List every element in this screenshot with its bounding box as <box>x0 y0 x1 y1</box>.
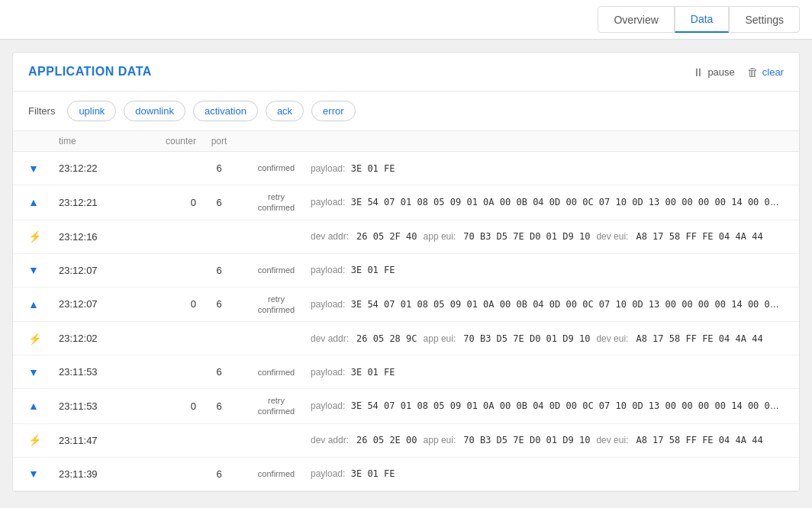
row-icon: ▲ <box>28 298 59 310</box>
down-arrow-icon: ▼ <box>28 162 39 175</box>
top-tabs: Overview Data Settings <box>598 6 800 33</box>
payload-label: payload: <box>311 468 345 479</box>
down-arrow-icon: ▼ <box>28 264 39 276</box>
row-icon: ⚡ <box>28 230 59 243</box>
tab-overview[interactable]: Overview <box>598 6 674 33</box>
time-cell: 23:12:07 <box>59 265 135 276</box>
status-cell: confirmed <box>242 265 311 275</box>
filter-uplink[interactable]: uplink <box>67 101 116 121</box>
tab-data[interactable]: Data <box>675 6 730 33</box>
deveui-label: dev eui: <box>596 231 628 242</box>
row-icon: ▼ <box>28 366 59 378</box>
status-cell: confirmed <box>242 162 311 173</box>
table-row: ▼ 23:12:07 6 confirmed payload: 3E 01 FE <box>13 254 799 288</box>
up-arrow-icon: ▲ <box>28 196 39 208</box>
filters-row: Filters uplink downlink activation ack e… <box>13 92 799 131</box>
payload-label: payload: <box>311 299 345 310</box>
filter-ack[interactable]: ack <box>266 101 304 121</box>
counter-cell: 0 <box>135 298 196 310</box>
port-cell: 6 <box>196 298 242 310</box>
port-cell: 6 <box>196 197 242 208</box>
clear-button[interactable]: 🗑 clear <box>747 66 784 79</box>
row-icon: ⚡ <box>28 333 59 345</box>
time-cell: 23:12:02 <box>59 333 135 344</box>
port-cell: 6 <box>196 400 242 412</box>
port-cell: 6 <box>196 265 242 276</box>
filters-label: Filters <box>28 105 55 117</box>
deveui-label: dev eui: <box>596 333 628 344</box>
time-cell: 23:12:16 <box>59 231 135 243</box>
payload-value: 3E 01 FE <box>351 367 395 378</box>
filter-activation[interactable]: activation <box>193 101 258 121</box>
payload-cell: payload: 3E 54 07 01 08 05 09 01 0A 00 0… <box>311 400 784 411</box>
bolt-icon: ⚡ <box>28 333 41 345</box>
payload-value: 3E 01 FE <box>351 163 395 174</box>
up-arrow-icon: ▲ <box>28 298 39 310</box>
time-cell: 23:12:22 <box>59 162 135 174</box>
row-icon: ▼ <box>28 468 59 480</box>
down-arrow-icon: ▼ <box>28 366 39 378</box>
appeui-value: 70 B3 D5 7E D0 01 D9 10 <box>463 333 590 344</box>
port-cell: 6 <box>196 162 242 174</box>
port-cell: 6 <box>196 468 242 480</box>
time-cell: 23:11:53 <box>59 366 135 378</box>
time-cell: 23:11:53 <box>59 400 135 412</box>
row-icon: ▲ <box>28 196 59 208</box>
row-icon: ▲ <box>28 400 59 412</box>
devaddr-value: 26 05 2E 00 <box>356 435 417 445</box>
content-header: APPLICATION DATA ⏸ pause 🗑 clear <box>13 53 799 92</box>
appeui-label: app eui: <box>424 333 456 344</box>
time-cell: 23:12:07 <box>59 298 135 310</box>
time-cell: 23:12:21 <box>59 197 135 208</box>
status-cell: confirmed <box>242 468 311 479</box>
deveui-value: A8 17 58 FF FE 04 4A 44 <box>636 435 762 445</box>
table-header: time counter port <box>13 131 799 152</box>
status-cell: retryconfirmed <box>242 191 311 214</box>
col-port: port <box>196 136 242 146</box>
payload-cell: payload: 3E 54 07 01 08 05 09 01 0A 00 0… <box>311 197 784 207</box>
counter-cell: 0 <box>135 197 196 208</box>
devaddr-label: dev addr: <box>311 435 349 445</box>
col-counter: counter <box>135 136 196 146</box>
pause-icon: ⏸ <box>692 66 704 79</box>
filter-downlink[interactable]: downlink <box>124 101 185 121</box>
status-cell: confirmed <box>242 367 311 378</box>
up-arrow-icon: ▲ <box>28 400 39 412</box>
payload-cell: payload: 3E 54 07 01 08 05 09 01 0A 00 0… <box>311 299 784 310</box>
row-icon: ▼ <box>28 162 59 175</box>
deveui-label: dev eui: <box>596 435 628 445</box>
pause-label: pause <box>707 66 734 78</box>
table-body: ▼ 23:12:22 6 confirmed payload: 3E 01 FE… <box>13 152 799 491</box>
devinfo-cell: dev addr: 26 05 28 9C app eui: 70 B3 D5 … <box>311 333 784 344</box>
col-data <box>311 136 784 146</box>
pause-button[interactable]: ⏸ pause <box>692 66 734 79</box>
down-arrow-icon: ▼ <box>28 468 39 480</box>
table-row: ▲ 23:12:21 0 6 retryconfirmed payload: 3… <box>13 185 799 220</box>
payload-value: 3E 54 07 01 08 05 09 01 0A 00 0B 04 0D 0… <box>351 299 784 310</box>
port-cell: 6 <box>196 366 242 378</box>
bolt-icon: ⚡ <box>28 230 41 243</box>
table-row: ▲ 23:12:07 0 6 retryconfirmed payload: 3… <box>13 288 799 323</box>
devaddr-label: dev addr: <box>311 231 349 242</box>
filter-error[interactable]: error <box>311 101 355 121</box>
counter-cell: 0 <box>135 400 196 412</box>
payload-cell: payload: 3E 01 FE <box>311 367 784 378</box>
devinfo-cell: dev addr: 26 05 2F 40 app eui: 70 B3 D5 … <box>311 231 784 242</box>
devaddr-value: 26 05 2F 40 <box>356 231 417 242</box>
col-time: time <box>59 136 135 146</box>
devaddr-value: 26 05 28 9C <box>356 333 417 344</box>
appeui-value: 70 B3 D5 7E D0 01 D9 10 <box>463 231 590 242</box>
appeui-value: 70 B3 D5 7E D0 01 D9 10 <box>463 435 590 445</box>
appeui-label: app eui: <box>424 231 456 242</box>
payload-value: 3E 01 FE <box>351 265 395 275</box>
payload-value: 3E 01 FE <box>351 468 395 479</box>
table-row: ▼ 23:11:53 6 confirmed payload: 3E 01 FE <box>13 355 799 389</box>
status-cell: retryconfirmed <box>242 294 311 316</box>
col-icon <box>28 136 59 146</box>
table-row: ⚡ 23:11:47 dev addr: 26 05 2E 00 app eui… <box>13 424 799 458</box>
main-content: APPLICATION DATA ⏸ pause 🗑 clear Filters… <box>12 52 800 492</box>
tab-settings[interactable]: Settings <box>729 6 800 33</box>
appeui-label: app eui: <box>424 435 456 445</box>
bolt-icon: ⚡ <box>28 434 41 446</box>
row-icon: ⚡ <box>28 434 59 446</box>
